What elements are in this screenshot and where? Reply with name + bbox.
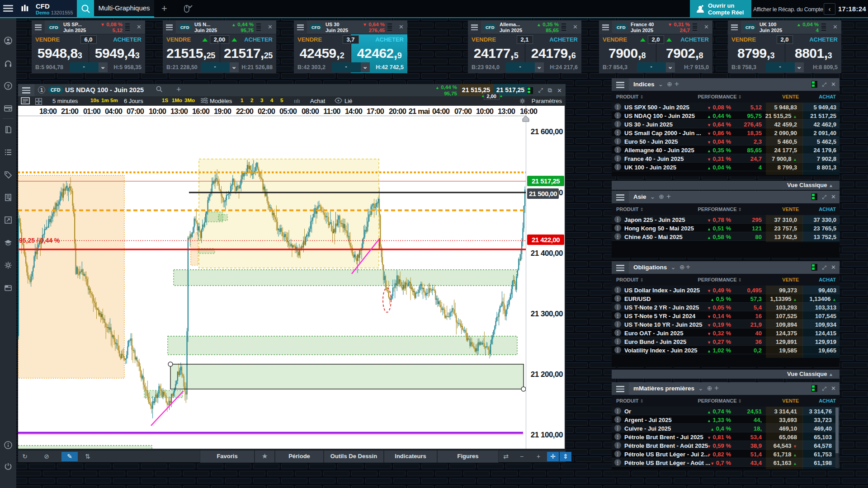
svg-text:95,25 / 0,44 %: 95,25 / 0,44 % [19,237,60,244]
svg-text:?: ? [7,84,10,89]
